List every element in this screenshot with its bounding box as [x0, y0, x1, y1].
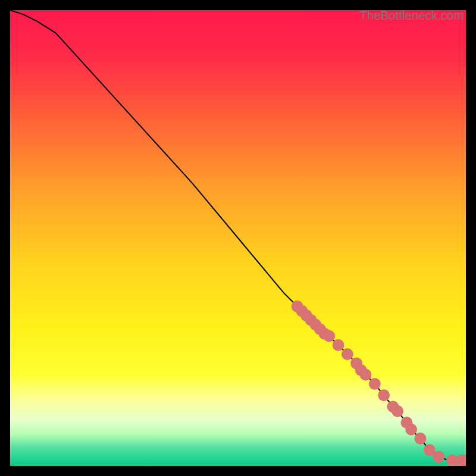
- data-marker: [369, 378, 381, 390]
- curve-line: [10, 10, 466, 461]
- data-marker: [405, 424, 417, 436]
- watermark-label: TheBottleneck.com: [359, 9, 464, 23]
- data-marker: [414, 433, 426, 444]
- data-marker: [333, 339, 345, 351]
- data-marker: [360, 369, 372, 381]
- data-marker: [342, 348, 353, 360]
- data-markers: [292, 300, 466, 466]
- data-marker: [433, 451, 444, 463]
- data-marker: [378, 389, 390, 401]
- data-marker: [392, 405, 403, 417]
- chart-frame: TheBottleneck.com: [10, 10, 466, 466]
- data-marker: [323, 330, 335, 342]
- chart-plot: [10, 10, 466, 466]
